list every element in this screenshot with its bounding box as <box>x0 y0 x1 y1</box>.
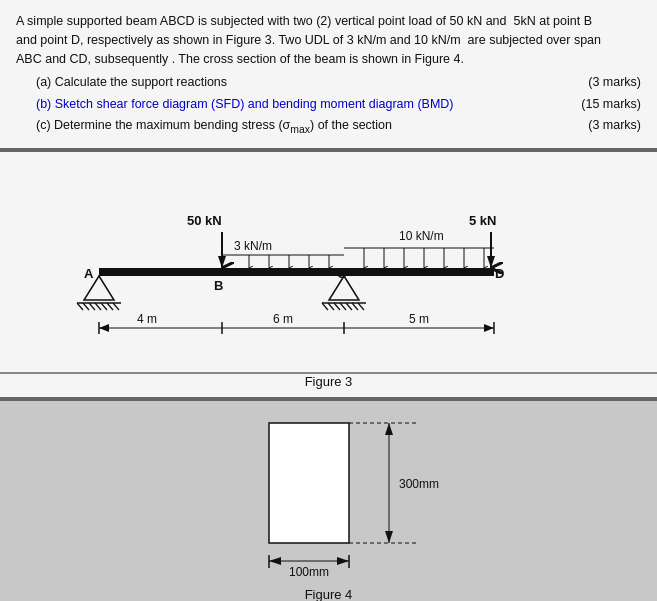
hatch-a4 <box>95 303 101 310</box>
top-panel: A simple supported beam ABCD is subjecte… <box>0 0 657 152</box>
udl-bc-label: 3 kN/m <box>234 239 272 253</box>
label-D: D <box>495 266 504 281</box>
hatch-a7 <box>113 303 119 310</box>
dim-AB-label: 4 m <box>136 312 156 326</box>
hatch-c1 <box>322 303 328 310</box>
hatch-c6 <box>352 303 358 310</box>
part-c-row: (c) Determine the maximum bending stress… <box>36 115 641 138</box>
hatch-a5 <box>101 303 107 310</box>
part-b-text: (b) Sketch shear force diagram (SFD) and… <box>36 94 561 115</box>
problem-statement: A simple supported beam ABCD is subjecte… <box>16 12 641 68</box>
part-b-row: (b) Sketch shear force diagram (SFD) and… <box>36 94 641 115</box>
part-b-marks: (15 marks) <box>561 94 641 115</box>
cross-section-rect <box>269 423 349 543</box>
label-A: A <box>84 266 94 281</box>
load-5kn-label: 5 kN <box>469 213 496 228</box>
label-B: B <box>214 278 223 293</box>
part-a-text: (a) Calculate the support reactions <box>36 72 561 93</box>
dim-height-top-arrow <box>385 423 393 435</box>
dim-arrow-right <box>484 324 494 332</box>
hatch-c7 <box>358 303 364 310</box>
dim-CD-label: 5 m <box>408 312 428 326</box>
beam-rect <box>99 268 494 276</box>
udl-cd-label: 10 kN/m <box>399 229 444 243</box>
dim-BC-label: 6 m <box>272 312 292 326</box>
hatch-c2 <box>328 303 334 310</box>
dim-width-right-arrow <box>337 557 349 565</box>
hatch-a1 <box>77 303 83 310</box>
dim-arrow-left <box>99 324 109 332</box>
part-c-text: (c) Determine the maximum bending stress… <box>36 115 561 138</box>
figure3-label: Figure 3 <box>0 374 657 397</box>
hatch-a6 <box>107 303 113 310</box>
beam-diagram-svg: 50 kN 3 kN/m 10 kN/m 5 kN A B C D <box>39 160 619 360</box>
dim-width-label: 100mm <box>288 565 328 579</box>
arrow-5kn-head <box>487 256 495 268</box>
hatch-c3 <box>334 303 340 310</box>
hatch-a3 <box>89 303 95 310</box>
hatch-c5 <box>346 303 352 310</box>
dim-width-left-arrow <box>269 557 281 565</box>
part-a-row: (a) Calculate the support reactions (3 m… <box>36 72 641 93</box>
load-50kn-label: 50 kN <box>187 213 222 228</box>
part-a-marks: (3 marks) <box>561 72 641 93</box>
figure4-label: Figure 4 <box>305 587 353 601</box>
dim-height-bottom-arrow <box>385 531 393 543</box>
cross-section-svg: 300mm 100mm <box>159 413 499 583</box>
dim-height-label: 300mm <box>399 477 439 491</box>
hatch-a2 <box>83 303 89 310</box>
beam-diagram-area: 50 kN 3 kN/m 10 kN/m 5 kN A B C D <box>0 152 657 372</box>
part-c-marks: (3 marks) <box>561 115 641 138</box>
arrow-50kn-head <box>218 256 226 268</box>
hatch-c4 <box>340 303 346 310</box>
bottom-panel: 300mm 100mm Figure 4 <box>0 397 657 601</box>
parts-list: (a) Calculate the support reactions (3 m… <box>36 72 641 138</box>
